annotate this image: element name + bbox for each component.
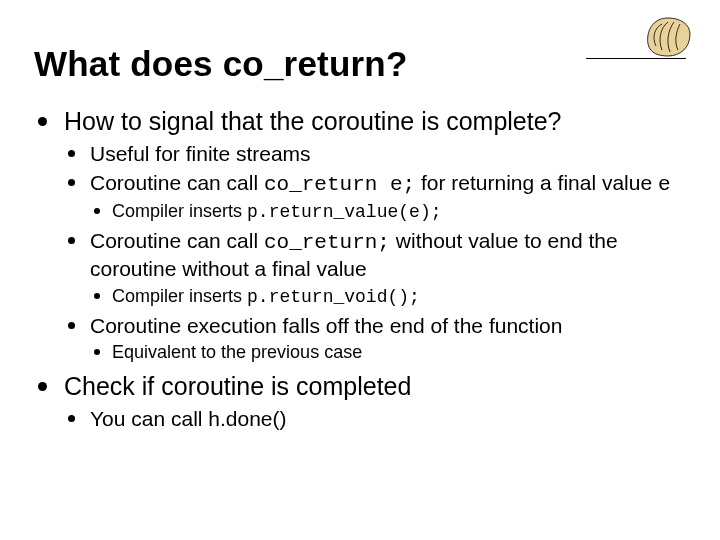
bullet-l2: You can call h.done() xyxy=(64,406,686,432)
bullet-text: Equivalent to the previous case xyxy=(112,342,362,362)
title-rule xyxy=(586,58,686,59)
bullet-text: Compiler inserts xyxy=(112,286,247,306)
slide-title: What does co_return? xyxy=(34,44,686,84)
code-span: e xyxy=(658,173,671,196)
code-span: co_return; xyxy=(264,231,390,254)
bullet-l1: How to signal that the coroutine is comp… xyxy=(34,106,686,365)
bullet-text: for returning a final value xyxy=(415,171,658,194)
bullet-l2: Coroutine can call co_return e; for retu… xyxy=(64,170,686,225)
bullet-list: How to signal that the coroutine is comp… xyxy=(34,106,686,432)
bullet-text: Useful for finite streams xyxy=(90,142,311,165)
slide: What does co_return? How to signal that … xyxy=(0,0,720,540)
bullet-text: Coroutine execution falls off the end of… xyxy=(90,314,562,337)
bullet-text: You can call h.done() xyxy=(90,407,287,430)
bullet-l3: Compiler inserts p.return_value(e); xyxy=(90,200,686,224)
bullet-text: Coroutine can call xyxy=(90,229,264,252)
bullet-text: Coroutine can call xyxy=(90,171,264,194)
bullet-l3: Equivalent to the previous case xyxy=(90,341,686,364)
bullet-text: Check if coroutine is completed xyxy=(64,372,411,400)
code-span: p.return_value(e); xyxy=(247,202,441,222)
bullet-text: Compiler inserts xyxy=(112,201,247,221)
code-span: p.return_void(); xyxy=(247,287,420,307)
bullet-l3: Compiler inserts p.return_void(); xyxy=(90,285,686,309)
bullet-l2: Coroutine can call co_return; without va… xyxy=(64,228,686,309)
bullet-l1: Check if coroutine is completed You can … xyxy=(34,371,686,433)
bullet-text: How to signal that the coroutine is comp… xyxy=(64,107,562,135)
bullet-l2: Useful for finite streams xyxy=(64,141,686,167)
bullet-l2: Coroutine execution falls off the end of… xyxy=(64,313,686,365)
code-span: co_return e; xyxy=(264,173,415,196)
